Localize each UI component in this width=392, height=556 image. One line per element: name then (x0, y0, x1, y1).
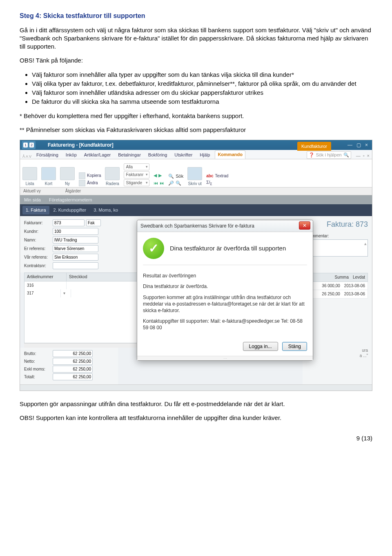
window-close-icon[interactable]: × (367, 153, 370, 159)
nav-prev-icon[interactable]: ◀ (154, 172, 157, 179)
success-check-icon: ✓ (143, 238, 164, 259)
group-atgarder: Åtgärder (65, 188, 81, 194)
dialog-resize-handle[interactable]: ⋯ (137, 356, 313, 360)
btn-andra[interactable]: Ändra (79, 180, 101, 186)
nav-next-icon[interactable]: ▶ (158, 172, 162, 179)
faktura-number-display: Faktura: 873 (307, 219, 368, 229)
nav-arrows: ◀▶ ⏮⏭ (154, 172, 164, 186)
th-artikelnummer: Artikelnummer (24, 273, 67, 281)
misc-icons (232, 185, 235, 186)
value-brutto (53, 350, 93, 357)
value-totalt (53, 373, 93, 380)
quick-access-toolbar: 12 (22, 141, 36, 149)
close-icon[interactable]: × (365, 142, 368, 148)
input-kundnr[interactable] (53, 228, 98, 235)
select-alla[interactable]: Alla (124, 163, 149, 171)
help-search[interactable]: ❓ Sök i hjälpen 🔍 (307, 151, 351, 159)
bullet: De fakturor du vill skicka ska ha samma … (32, 98, 372, 106)
dialog-heading: Dina testfakturor är överförda till supp… (170, 245, 286, 252)
printer-result-dialog: Swedbank och Sparbankernas Skrivare för … (137, 220, 313, 361)
tab-kommando[interactable]: Kommando (215, 150, 245, 159)
value-exkl (53, 366, 93, 373)
btn-textrad[interactable]: abc Textrad (206, 173, 228, 179)
scroll-up-icon[interactable]: ▴ (364, 241, 367, 247)
page-number: 9 (13) (20, 434, 372, 442)
context-tab-kundfakturor[interactable]: Kundfakturor (297, 142, 331, 151)
tab-betalningar[interactable]: Betalningar (116, 151, 143, 159)
tab-forsaljning[interactable]: Försäljning (34, 151, 61, 159)
help-icon: ❓ (309, 152, 314, 158)
th-summa: Summa (335, 275, 349, 280)
select-fakturanr[interactable]: Fakturanr (124, 171, 149, 179)
search-icon: 🔍 (343, 152, 349, 158)
nav-first-icon[interactable]: ⏮ (154, 180, 158, 186)
window-restore-icon[interactable]: ▫ (363, 153, 365, 159)
ribbon-tabstrip: Å A V Försäljning Inköp Artiklar/Lager B… (20, 150, 372, 159)
tab-bokforing[interactable]: Bokföring (146, 151, 169, 159)
btn-sigma[interactable]: Σ/Σ (206, 180, 228, 186)
tab-foretagstermometern[interactable]: Företagstermometern (45, 195, 96, 205)
input-var-referens[interactable] (53, 254, 98, 261)
btn-lista[interactable]: Lista (22, 167, 37, 187)
ribbon-minimize-icon[interactable]: — (356, 153, 361, 159)
intro-paragraph: Gå in i ditt affärssystem och välj ut nå… (20, 26, 372, 51)
obs-intro: OBS! Tänk på följande: (20, 56, 372, 65)
after-text-2: OBS! Supporten kan inte kontrollera att … (20, 414, 372, 422)
zoom-icon[interactable]: 🔎 (168, 180, 174, 186)
tab-artiklar[interactable]: Artiklar/Lager (82, 151, 113, 159)
ribbon-group-labels: Aktuell vy Åtgärder (20, 188, 372, 195)
statusbar (20, 384, 372, 391)
bullet: Välj olika typer av fakturor, t.ex. debe… (32, 80, 372, 88)
maximize-icon[interactable]: ▢ (356, 142, 361, 148)
bullet-list: Välj fakturor som innehåller alla typer … (20, 71, 372, 106)
table-row: 26 250,002013-08-06 (307, 290, 368, 299)
label-brutto: Brutto: (24, 351, 51, 357)
btn-kort[interactable]: Kort (41, 167, 56, 187)
dialog-line-1: Dina testfakturor är överförda. (143, 283, 307, 290)
tab-hjalp[interactable]: Hjälp (197, 151, 212, 159)
input-namn[interactable] (53, 237, 98, 243)
btn-radera[interactable]: Radera (105, 167, 120, 187)
tab-min-sida[interactable]: Min sida (20, 195, 45, 205)
btn-kopiera-andra: Kopiera Ändra (79, 172, 101, 186)
btn-ny[interactable]: Ny (60, 167, 75, 187)
table-row: 36 000,002013-08-06 (307, 282, 368, 290)
select-stigande[interactable]: Stigande (124, 179, 149, 187)
dropdown-icon[interactable]: ▾ (61, 289, 71, 297)
application-screenshot: 12 Fakturering - [Kundfakturor] Kundfakt… (20, 140, 372, 391)
nav-last-icon[interactable]: ⏭ (160, 180, 164, 186)
keytip: Å A V (22, 154, 31, 159)
bullet: Välj fakturor som innehåller utländska a… (32, 89, 372, 97)
dialog-subheading: Resultat av överföringen (143, 272, 307, 279)
dialog-title: Swedbank och Sparbankernas Skrivare för … (140, 223, 254, 229)
textarea-kommentar[interactable]: ▴ (307, 239, 368, 257)
close-button[interactable]: Stäng (282, 342, 307, 351)
search-icon[interactable]: 🔍 (168, 173, 174, 179)
dialog-close-button[interactable]: ✕ (299, 221, 310, 230)
label-totalt: Totalt: (24, 374, 51, 380)
input-fakturanr[interactable] (53, 219, 85, 226)
input-er-referens[interactable] (53, 245, 98, 252)
btn-kopiera[interactable]: Kopiera (79, 172, 101, 179)
input-fak[interactable] (86, 219, 101, 226)
th-levdat: Levdat (353, 275, 365, 280)
subtab-moms[interactable]: 3. Moms, ko (90, 206, 121, 214)
grey-tabstrip: Min sida Företagstermometern (20, 195, 372, 205)
subtab-faktura[interactable]: 1. Faktura (22, 206, 49, 214)
subtab-kunduppgifter[interactable]: 2. Kunduppgifter (50, 206, 90, 214)
totals: Brutto: Netto: Exkl moms: Totalt: (20, 348, 118, 384)
app-titlebar: 12 Fakturering - [Kundfakturor] Kundfakt… (20, 140, 372, 150)
page-heading: Steg 4: Skicka testfakturor till support… (20, 11, 372, 20)
input-kontraktsnr[interactable] (53, 262, 98, 269)
search-col: 🔍Sök 🔎🔍 (168, 173, 183, 186)
label-netto: Netto: (24, 359, 51, 364)
label-exkl: Exkl moms: (24, 366, 51, 372)
app-title: Fakturering - [Kundfakturor] (48, 142, 114, 148)
minimize-icon[interactable]: — (347, 142, 352, 148)
zoom-out-icon[interactable]: 🔍 (176, 180, 181, 186)
tab-utskrifter[interactable]: Utskrifter (172, 151, 195, 159)
login-button[interactable]: Logga in... (243, 342, 278, 351)
btn-skriv-ut[interactable]: Skriv ut (187, 167, 202, 187)
tab-inkop[interactable]: Inköp (63, 151, 79, 159)
group-aktuell: Aktuell vy (23, 188, 41, 194)
